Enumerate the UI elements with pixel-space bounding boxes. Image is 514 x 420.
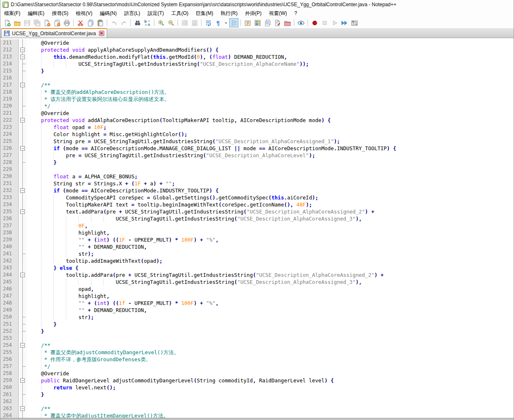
line-number[interactable]: 226	[0, 145, 19, 152]
line-number[interactable]: 217	[0, 82, 19, 89]
code-line[interactable]: 259− public RaidDangerLevel adjustCommod…	[0, 377, 514, 384]
line-number[interactable]: 220	[0, 103, 19, 110]
menu-item-search[interactable]: 搜尋(S)	[48, 9, 72, 17]
fold-margin[interactable]: −	[19, 377, 27, 384]
line-number[interactable]: 236	[0, 215, 19, 222]
line-number[interactable]: 263	[0, 405, 19, 412]
line-number[interactable]: 235	[0, 208, 19, 215]
fold-margin[interactable]: −	[19, 405, 27, 412]
menu-item-view[interactable]: 檢視(V)	[72, 9, 96, 17]
fold-collapse-icon[interactable]: −	[20, 146, 25, 151]
line-number[interactable]: 219	[0, 96, 19, 103]
line-number[interactable]: 218	[0, 89, 19, 96]
line-number[interactable]: 250	[0, 314, 19, 321]
line-number[interactable]: 211	[0, 39, 19, 46]
line-number[interactable]: 223	[0, 124, 19, 131]
menu-item-file[interactable]: 檔案(F)	[0, 9, 24, 17]
line-number[interactable]: 221	[0, 110, 19, 117]
line-number[interactable]: 248	[0, 300, 19, 307]
line-number[interactable]: 260	[0, 384, 19, 391]
code-line[interactable]: 252 }	[0, 328, 514, 335]
line-number[interactable]: 246	[0, 286, 19, 293]
fold-collapse-icon[interactable]: −	[20, 55, 25, 59]
line-number[interactable]: 234	[0, 201, 19, 208]
save-macro-button[interactable]	[350, 18, 359, 27]
sync-horizontal-scroll-button[interactable]	[190, 18, 199, 27]
code-line[interactable]: 246 opad,	[0, 286, 514, 293]
close-doc-button[interactable]	[42, 18, 51, 27]
menu-item-tools[interactable]: 工具(O)	[168, 9, 192, 17]
line-number[interactable]: 245	[0, 278, 19, 286]
code-line[interactable]: 257 */	[0, 363, 514, 370]
code-line[interactable]: 240 "" + DEMAND_REDUCTION,	[0, 243, 514, 250]
fold-collapse-icon[interactable]: −	[20, 188, 25, 193]
replace-button[interactable]: ba	[143, 18, 152, 27]
line-number[interactable]: 230	[0, 173, 19, 180]
save-button[interactable]	[22, 18, 31, 27]
code-line[interactable]: 249 "" + DEMAND_REDUCTION,	[0, 307, 514, 314]
code-line[interactable]: 230 float a = ALPHA_CORE_BONUS;	[0, 173, 514, 180]
code-line[interactable]: 244− tooltip.addPara(pre + UCSE_StringTa…	[0, 271, 514, 278]
fold-margin[interactable]: −	[19, 46, 27, 53]
line-number[interactable]: 240	[0, 243, 19, 250]
code-line[interactable]: 247 highlight,	[0, 293, 514, 300]
menu-item-help[interactable]: ?	[291, 9, 301, 17]
code-line[interactable]: 248 "" + (int) ((1f - UPKEEP_MULT) * 100…	[0, 300, 514, 307]
code-line[interactable]: 218 * 覆盖父类的addAlphaCoreDescription()方法。	[0, 89, 514, 96]
show-all-characters-button[interactable]: ¶	[214, 18, 223, 27]
fold-margin[interactable]: −	[19, 117, 27, 124]
line-number[interactable]: 227	[0, 152, 19, 159]
zoom-in-button[interactable]	[156, 18, 166, 27]
code-line[interactable]: 225 String pre = UCSE_StringTagUtil.getI…	[0, 138, 514, 145]
line-number[interactable]: 254	[0, 342, 19, 349]
menu-item-language[interactable]: 語言(L)	[120, 9, 144, 17]
code-line[interactable]: 242 tooltip.addImageWithText(opad);	[0, 257, 514, 264]
new-file-button[interactable]	[2, 18, 12, 27]
zoom-out-button[interactable]	[166, 18, 175, 27]
line-number[interactable]: 212	[0, 46, 19, 53]
line-number[interactable]: 237	[0, 222, 19, 229]
playback-macro-button[interactable]	[330, 18, 339, 27]
line-number[interactable]: 264	[0, 412, 19, 418]
line-number[interactable]: 241	[0, 250, 19, 257]
code-line[interactable]: 221 @Override	[0, 110, 514, 117]
line-number[interactable]: 231	[0, 180, 19, 187]
line-number[interactable]: 239	[0, 236, 19, 243]
fold-collapse-icon[interactable]: −	[20, 343, 25, 348]
paste-button[interactable]	[96, 18, 105, 27]
document-map-button[interactable]	[253, 18, 262, 27]
line-number[interactable]: 256	[0, 356, 19, 363]
editor[interactable]: 211 @Override212− protected void applyAl…	[0, 38, 514, 418]
line-number[interactable]: 253	[0, 335, 19, 342]
code-line[interactable]: 235− text.addPara(pre + UCSE_StringTagUt…	[0, 208, 514, 215]
tab-close-icon[interactable]: ✕	[99, 31, 104, 36]
code-line[interactable]: 222− protected void addAlphaCoreDescript…	[0, 117, 514, 124]
fold-margin[interactable]: −	[19, 187, 27, 194]
code-line[interactable]: 229	[0, 166, 514, 173]
code-line[interactable]: 220 */	[0, 103, 514, 110]
code-line[interactable]: 241 str);	[0, 250, 514, 257]
fold-margin[interactable]: −	[19, 342, 27, 349]
fold-margin[interactable]: −	[19, 208, 27, 215]
line-number[interactable]: 258	[0, 370, 19, 377]
line-number[interactable]: 252	[0, 328, 19, 335]
find-button[interactable]	[133, 18, 142, 27]
code-line[interactable]: 237 0F,	[0, 222, 514, 229]
close-all-docs-button[interactable]	[52, 18, 61, 27]
code-line[interactable]: 239 "" + (int) ((1F - UPKEEP_MULT) * 100…	[0, 236, 514, 243]
fold-collapse-icon[interactable]: −	[20, 273, 25, 277]
code-line[interactable]: 253	[0, 335, 514, 342]
code-line[interactable]: 250 str);	[0, 314, 514, 321]
document-list-button[interactable]	[263, 18, 272, 27]
fold-collapse-icon[interactable]: −	[20, 118, 25, 122]
fold-margin[interactable]: −	[19, 271, 27, 278]
line-number[interactable]: 225	[0, 138, 19, 145]
line-number[interactable]: 251	[0, 321, 19, 328]
fold-margin[interactable]: −	[19, 82, 27, 89]
menu-item-window[interactable]: 視窗(W)	[265, 9, 291, 17]
code-line[interactable]: 238 highlight,	[0, 229, 514, 236]
start-record-macro-button[interactable]	[310, 18, 319, 27]
line-number[interactable]: 232	[0, 187, 19, 194]
fold-collapse-icon[interactable]: −	[20, 378, 25, 383]
code-line[interactable]: 213− this.demandReduction.modifyFlat(thi…	[0, 53, 514, 60]
